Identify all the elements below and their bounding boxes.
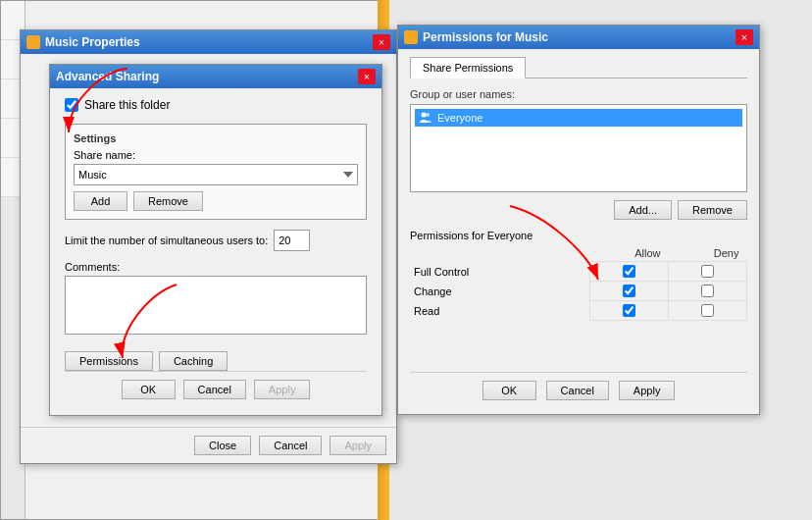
caching-button[interactable]: Caching	[159, 351, 228, 371]
share-permissions-tab[interactable]: Share Permissions	[410, 57, 526, 78]
change-label: Change	[410, 282, 590, 301]
perm-folder-icon	[404, 30, 418, 44]
full-control-label: Full Control	[410, 262, 590, 282]
read-deny-check[interactable]	[677, 304, 738, 317]
limit-users-row: Limit the number of simultaneous users t…	[65, 230, 367, 251]
user-list: Everyone	[410, 104, 747, 192]
adv-ok-button[interactable]: OK	[122, 380, 176, 399]
share-folder-label: Share this folder	[84, 98, 170, 112]
perm-add-button[interactable]: Add...	[614, 200, 672, 220]
limit-input[interactable]: 20	[275, 231, 309, 250]
permissions-close-button[interactable]: ×	[736, 29, 753, 45]
music-props-close-button[interactable]: ×	[373, 34, 390, 50]
share-folder-checkbox-row: Share this folder	[65, 98, 367, 112]
perm-add-remove-buttons: Add... Remove	[410, 200, 747, 220]
music-props-buttons: Close Cancel Apply	[21, 427, 396, 463]
perm-remove-button[interactable]: Remove	[678, 200, 747, 220]
adv-apply-button[interactable]: Apply	[254, 380, 311, 399]
adv-sharing-content: Share this folder Settings Share name: M…	[50, 88, 381, 415]
svg-point-1	[426, 113, 430, 117]
full-control-allow-check[interactable]	[598, 265, 660, 278]
full-control-allow-cell	[590, 262, 669, 282]
music-props-cancel-btn[interactable]: Cancel	[259, 436, 322, 455]
share-folder-checkbox[interactable]	[65, 98, 78, 112]
adv-sharing-title-bar: Advanced Sharing ×	[50, 65, 381, 88]
read-allow-check[interactable]	[598, 304, 660, 317]
permissions-title-bar: Permissions for Music ×	[398, 26, 759, 49]
change-allow-cell	[590, 282, 669, 301]
perm-caching-buttons: Permissions Caching	[65, 351, 367, 371]
permissions-table: Allow Deny Full Control	[410, 245, 747, 321]
music-props-title-text: Music Properties	[45, 35, 140, 49]
perm-col-name	[410, 245, 590, 262]
adv-sharing-title-text: Advanced Sharing	[56, 70, 159, 83]
read-allow-cell	[590, 301, 669, 321]
perm-col-deny: Deny	[669, 245, 747, 262]
user-list-item[interactable]: Everyone	[415, 109, 742, 127]
permissions-dialog-buttons: OK Cancel Apply	[410, 372, 747, 406]
adv-sharing-dialog-buttons: OK Cancel Apply	[65, 371, 367, 405]
music-props-close-btn[interactable]: Close	[194, 436, 251, 455]
settings-group-label: Settings	[74, 132, 358, 144]
perm-ok-button[interactable]: OK	[482, 381, 536, 400]
settings-group-box: Settings Share name: Music Add Remove	[65, 124, 367, 220]
user-entry-label: Everyone	[437, 112, 482, 124]
limit-spinner: 20	[274, 230, 310, 251]
adv-sharing-close-button[interactable]: ×	[358, 69, 376, 84]
perm-cancel-button[interactable]: Cancel	[546, 381, 609, 400]
group-user-label: Group or user names:	[410, 88, 747, 100]
permissions-button[interactable]: Permissions	[65, 351, 153, 371]
share-name-select[interactable]: Music	[74, 164, 358, 185]
perm-title-left: Permissions for Music	[404, 30, 548, 44]
title-left: Music Properties	[26, 35, 140, 49]
music-props-title-bar: Music Properties ×	[21, 30, 396, 54]
share-name-label: Share name:	[74, 149, 358, 161]
limit-label: Limit the number of simultaneous users t…	[65, 234, 268, 246]
read-deny-cell	[669, 301, 747, 321]
table-row: Read	[410, 301, 747, 321]
change-deny-cell	[669, 282, 747, 301]
permissions-dialog: Permissions for Music × Share Permission…	[397, 25, 760, 415]
change-deny-check[interactable]	[677, 285, 738, 297]
svg-point-0	[422, 113, 427, 118]
remove-button[interactable]: Remove	[133, 191, 203, 211]
change-allow-check[interactable]	[598, 285, 660, 297]
permissions-content: Share Permissions Group or user names: E…	[398, 49, 759, 414]
comments-label: Comments:	[65, 261, 367, 273]
add-remove-buttons: Add Remove	[74, 191, 358, 211]
perm-col-allow: Allow	[590, 245, 669, 262]
permissions-title-text: Permissions for Music	[423, 30, 548, 44]
advanced-sharing-dialog: Advanced Sharing × Share this folder Set…	[49, 64, 382, 416]
table-row: Full Control	[410, 262, 747, 282]
permissions-tab-bar: Share Permissions	[410, 57, 747, 78]
music-folder-icon	[26, 35, 40, 49]
read-label: Read	[410, 301, 590, 321]
comments-textarea[interactable]	[65, 276, 367, 335]
table-row: Change	[410, 282, 747, 301]
perm-apply-button[interactable]: Apply	[619, 381, 676, 400]
full-control-deny-check[interactable]	[677, 265, 738, 278]
music-props-apply-btn[interactable]: Apply	[330, 436, 386, 455]
adv-cancel-button[interactable]: Cancel	[183, 380, 246, 399]
add-button[interactable]: Add	[74, 191, 127, 211]
perms-for-label: Permissions for Everyone	[410, 230, 747, 241]
user-group-icon	[419, 111, 432, 125]
full-control-deny-cell	[669, 262, 747, 282]
